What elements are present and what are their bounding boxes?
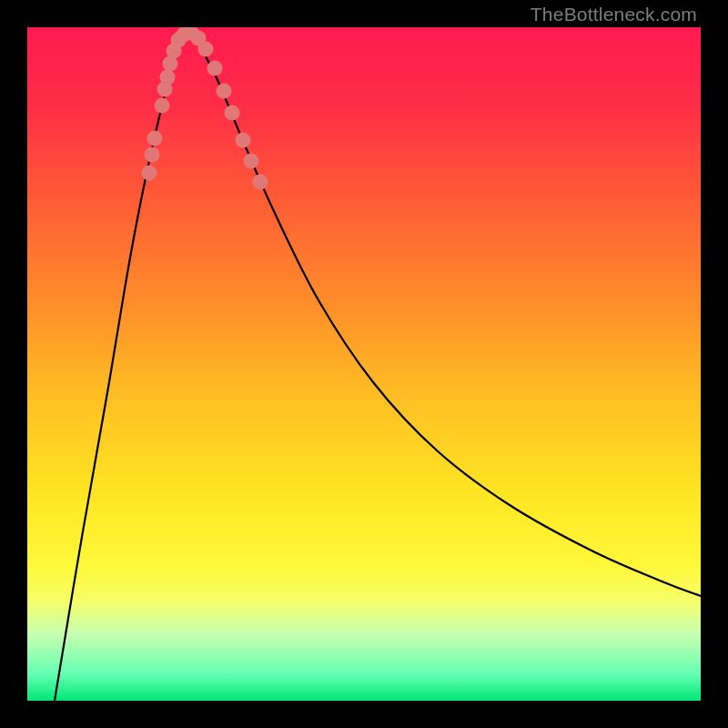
curve-left-branch xyxy=(55,32,184,701)
data-point xyxy=(147,131,163,147)
data-point xyxy=(155,98,170,114)
data-point xyxy=(198,42,214,57)
chart-frame: TheBottleneck.com xyxy=(0,0,728,728)
curve-dots xyxy=(142,27,268,190)
curve-layer xyxy=(27,27,701,701)
data-point xyxy=(142,166,157,181)
plot-area xyxy=(27,27,701,701)
data-point xyxy=(244,154,259,169)
data-point xyxy=(145,147,160,163)
data-point xyxy=(236,133,251,148)
data-point xyxy=(253,175,268,190)
curve-right-branch xyxy=(194,32,701,596)
watermark-text: TheBottleneck.com xyxy=(531,4,697,25)
data-point xyxy=(217,84,232,99)
data-point xyxy=(207,61,223,76)
data-point xyxy=(225,106,240,121)
data-point xyxy=(160,70,176,86)
